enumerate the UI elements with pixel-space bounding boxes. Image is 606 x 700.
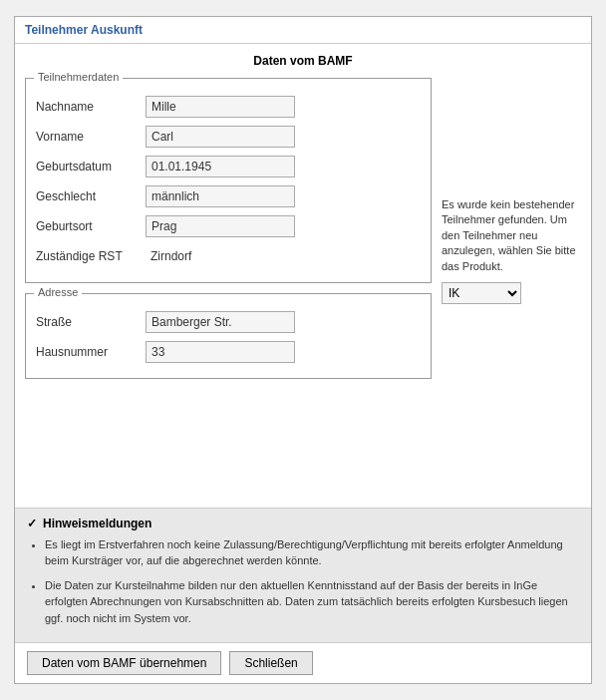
hint-item-1: Es liegt im Erstverfahren noch keine Zul… xyxy=(45,536,579,569)
scrollable-area[interactable]: Daten vom BAMF Teilnehmerdaten Nachname … xyxy=(15,44,591,508)
rst-row: Zuständige RST Zirndorf xyxy=(36,244,421,268)
main-window: Teilnehmer Auskunft Daten vom BAMF Teiln… xyxy=(14,16,592,684)
strasse-input[interactable] xyxy=(146,311,295,333)
geschlecht-input[interactable] xyxy=(146,185,295,207)
footer: Daten vom BAMF übernehmen Schließen xyxy=(15,642,591,683)
hints-list: Es liegt im Erstverfahren noch keine Zul… xyxy=(27,536,579,627)
hints-header: ✓ Hinweismeldungen xyxy=(27,517,579,530)
nachname-input[interactable] xyxy=(146,96,295,118)
dropdown-row: IK DaF FöBA xyxy=(442,282,581,304)
hausnummer-label: Hausnummer xyxy=(36,345,146,359)
hausnummer-row: Hausnummer xyxy=(36,340,421,364)
geburtsort-input[interactable] xyxy=(146,215,295,237)
accept-button[interactable]: Daten vom BAMF übernehmen xyxy=(27,651,221,675)
nachname-label: Nachname xyxy=(36,100,146,114)
chevron-down-icon: ✓ xyxy=(27,517,37,530)
geschlecht-row: Geschlecht xyxy=(36,184,421,208)
strasse-row: Straße xyxy=(36,310,421,334)
hint-item-2: Die Daten zur Kursteilnahme bilden nur d… xyxy=(45,577,579,627)
window-title: Teilnehmer Auskunft xyxy=(15,17,591,44)
geburtsdatum-input[interactable] xyxy=(146,156,295,177)
vorname-row: Vorname xyxy=(36,125,421,149)
adresse-box: Adresse Straße Hausnummer xyxy=(25,293,432,379)
hints-section: ✓ Hinweismeldungen Es liegt im Erstverfa… xyxy=(15,508,591,643)
teilnehmerdaten-legend: Teilnehmerdaten xyxy=(34,71,123,83)
teilnehmerdaten-box: Teilnehmerdaten Nachname Vorname Geburts… xyxy=(25,78,432,283)
adresse-legend: Adresse xyxy=(34,286,82,298)
left-panel: Teilnehmerdaten Nachname Vorname Geburts… xyxy=(25,78,432,389)
geschlecht-label: Geschlecht xyxy=(36,189,146,203)
right-note: Es wurde kein bestehender Teilnehmer gef… xyxy=(442,197,581,274)
geburtsort-row: Geburtsort xyxy=(36,214,421,238)
vorname-label: Vorname xyxy=(36,130,146,144)
main-content: Teilnehmerdaten Nachname Vorname Geburts… xyxy=(15,78,591,389)
rst-label: Zuständige RST xyxy=(36,249,146,263)
hausnummer-input[interactable] xyxy=(146,341,295,363)
geburtsdatum-row: Geburtsdatum xyxy=(36,155,421,178)
window-content: Daten vom BAMF Teilnehmerdaten Nachname … xyxy=(15,44,591,683)
nachname-row: Nachname xyxy=(36,95,421,119)
close-button[interactable]: Schließen xyxy=(229,651,312,675)
product-dropdown[interactable]: IK DaF FöBA xyxy=(442,282,521,304)
strasse-label: Straße xyxy=(36,315,146,329)
rst-value: Zirndorf xyxy=(146,247,196,265)
geburtsdatum-label: Geburtsdatum xyxy=(36,160,146,174)
geburtsort-label: Geburtsort xyxy=(36,219,146,233)
vorname-input[interactable] xyxy=(146,126,295,148)
right-panel: Es wurde kein bestehender Teilnehmer gef… xyxy=(442,78,581,389)
hints-title: Hinweismeldungen xyxy=(43,517,152,530)
